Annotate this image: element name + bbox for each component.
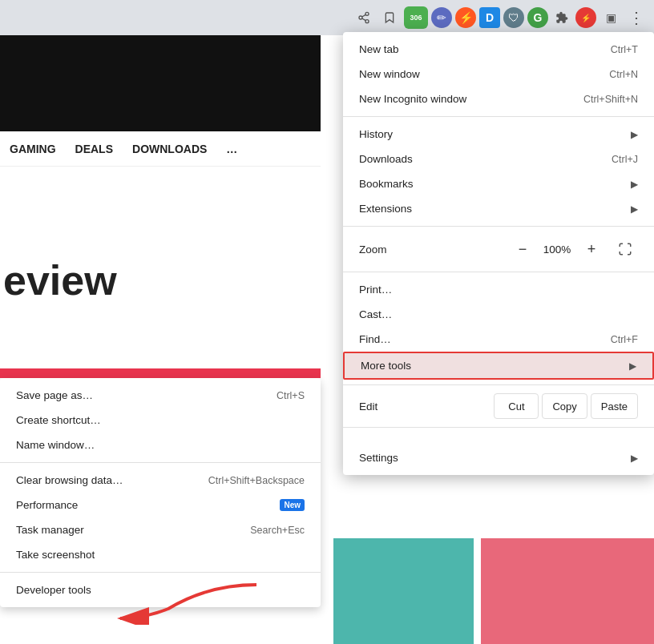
performance-label: Performance [16, 499, 78, 511]
nav-gaming[interactable]: GAMING [10, 143, 56, 155]
bookmarks-arrow: ▶ [631, 179, 638, 190]
find-shortcut: Ctrl+F [611, 334, 638, 345]
new-tab-shortcut: Ctrl+T [611, 44, 638, 55]
zoom-label: Zoom [359, 244, 508, 256]
task-manager-label: Task manager [16, 524, 84, 536]
save-page-shortcut: Ctrl+S [277, 390, 305, 401]
menu-new-incognito[interactable]: New Incognito window Ctrl+Shift+N [343, 87, 654, 111]
svg-point-0 [365, 12, 369, 15]
menu-find[interactable]: Find… Ctrl+F [343, 327, 654, 352]
divider-1 [343, 116, 654, 117]
red-arrow [48, 577, 272, 628]
menu-save-page[interactable]: Save page as… Ctrl+S [0, 383, 321, 408]
menu-history[interactable]: History ▶ [343, 122, 654, 147]
new-incognito-shortcut: Ctrl+Shift+N [583, 94, 638, 105]
left-divider-1 [0, 462, 321, 463]
zoom-fullscreen-button[interactable] [612, 236, 638, 262]
nav-more[interactable]: … [226, 143, 237, 155]
ext-puzzle-icon[interactable] [551, 7, 572, 28]
clear-browsing-shortcut: Ctrl+Shift+Backspace [208, 475, 305, 486]
edit-label: Edit [359, 400, 490, 413]
page-pink-box [481, 538, 654, 644]
menu-take-screenshot[interactable]: Take screenshot [0, 542, 321, 567]
svg-point-2 [365, 20, 369, 23]
new-incognito-label: New Incognito window [359, 93, 466, 105]
zoom-minus-button[interactable]: − [508, 236, 537, 262]
bookmarks-label: Bookmarks [359, 178, 414, 190]
extensions-label: Extensions [359, 203, 412, 215]
ext-d-icon[interactable]: D [479, 7, 500, 28]
chrome-dropdown-menu: New tab Ctrl+T New window Ctrl+N New Inc… [343, 32, 654, 475]
menu-performance[interactable]: Performance New [0, 493, 321, 517]
history-arrow: ▶ [631, 129, 638, 140]
nav-downloads[interactable]: DOWNLOADS [132, 143, 207, 155]
menu-cast[interactable]: Cast… [343, 302, 654, 327]
more-tools-label: More tools [361, 360, 411, 372]
menu-bookmarks[interactable]: Bookmarks ▶ [343, 171, 654, 196]
menu-more-tools[interactable]: More tools ▶ [343, 352, 654, 380]
more-tools-arrow: ▶ [629, 360, 636, 372]
menu-new-window[interactable]: New window Ctrl+N [343, 62, 654, 87]
history-label: History [359, 128, 393, 140]
downloads-label: Downloads [359, 153, 413, 165]
extensions-arrow: ▶ [631, 203, 638, 215]
cut-button[interactable]: Cut [494, 393, 539, 419]
svg-line-4 [362, 14, 366, 17]
paste-button[interactable]: Paste [591, 393, 638, 419]
new-tab-label: New tab [359, 43, 399, 55]
menu-clear-browsing[interactable]: Clear browsing data… Ctrl+Shift+Backspac… [0, 468, 321, 493]
page-black-header [0, 35, 321, 131]
bookmark-icon[interactable] [378, 6, 401, 29]
help-label: Settings [359, 452, 398, 464]
page-red-bar [0, 368, 321, 378]
ext-g-icon[interactable]: G [527, 7, 548, 28]
left-submenu: Save page as… Ctrl+S Create shortcut… Na… [0, 378, 321, 607]
copy-button[interactable]: Copy [542, 393, 587, 419]
svg-point-1 [359, 16, 362, 19]
zoom-controls: − 100% + [508, 236, 606, 262]
ext-306-icon[interactable]: 306 [404, 6, 428, 29]
new-window-shortcut: Ctrl+N [609, 69, 638, 80]
nav-deals[interactable]: DEALS [75, 143, 113, 155]
browser-toolbar: 306 ✏ ⚡ D 🛡 G ⚡ ▣ ⋮ [0, 0, 654, 35]
zoom-row: Zoom − 100% + [343, 231, 654, 267]
menu-downloads[interactable]: Downloads Ctrl+J [343, 147, 654, 171]
name-window-label: Name window… [16, 439, 95, 451]
menu-settings[interactable] [343, 433, 654, 445]
ext-shield-icon[interactable]: 🛡 [503, 7, 524, 28]
performance-badge: New [280, 499, 305, 511]
split-view-icon[interactable]: ▣ [600, 6, 622, 29]
ext-lightning-icon[interactable]: ⚡ [455, 7, 476, 28]
cast-label: Cast… [359, 308, 392, 320]
menu-new-tab[interactable]: New tab Ctrl+T [343, 37, 654, 62]
divider-4 [343, 384, 654, 385]
help-arrow: ▶ [631, 453, 638, 464]
print-label: Print… [359, 284, 392, 296]
divider-3 [343, 272, 654, 272]
clear-browsing-label: Clear browsing data… [16, 474, 123, 486]
menu-help[interactable]: Settings ▶ [343, 445, 654, 470]
menu-task-manager[interactable]: Task manager Search+Esc [0, 517, 321, 542]
new-window-label: New window [359, 68, 420, 80]
left-divider-2 [0, 572, 321, 573]
take-screenshot-label: Take screenshot [16, 549, 95, 561]
share-icon[interactable] [353, 6, 375, 29]
menu-print[interactable]: Print… [343, 277, 654, 302]
page-nav: GAMING DEALS DOWNLOADS … [0, 131, 321, 167]
task-manager-shortcut: Search+Esc [250, 525, 305, 536]
ext-vpn-icon[interactable]: ⚡ [575, 7, 596, 28]
menu-create-shortcut[interactable]: Create shortcut… [0, 408, 321, 433]
edit-row: Edit Cut Copy Paste [343, 390, 654, 422]
menu-name-window[interactable]: Name window… [0, 433, 321, 457]
ext-pen-icon[interactable]: ✏ [431, 7, 452, 28]
menu-extensions[interactable]: Extensions ▶ [343, 196, 654, 221]
page-teal-box [333, 538, 474, 644]
svg-line-3 [362, 18, 366, 21]
find-label: Find… [359, 333, 391, 345]
downloads-shortcut: Ctrl+J [612, 154, 638, 165]
create-shortcut-label: Create shortcut… [16, 414, 101, 426]
zoom-plus-button[interactable]: + [577, 236, 606, 262]
page-hero-text: eview [0, 256, 117, 304]
menu-icon[interactable]: ⋮ [625, 6, 648, 29]
divider-2 [343, 226, 654, 227]
